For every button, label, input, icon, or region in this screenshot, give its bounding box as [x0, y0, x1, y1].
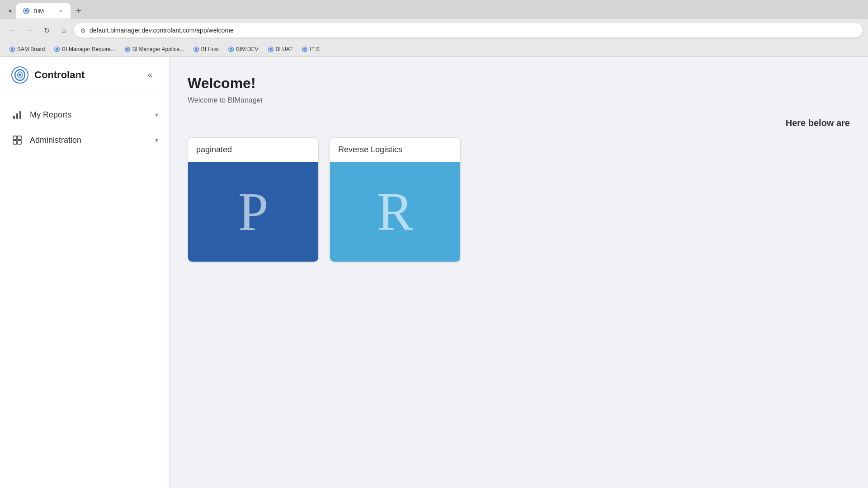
svg-rect-12	[19, 111, 21, 119]
logo-area: Controlant	[11, 66, 85, 84]
bookmark-bim-dev[interactable]: BIM DEV	[224, 45, 262, 54]
card-body-paginated: P	[188, 162, 318, 262]
cards-row: paginated P Reverse Logistics R	[188, 137, 850, 262]
chevron-down-icon-reports: ▾	[155, 111, 158, 118]
sidebar-collapse-button[interactable]: «	[142, 67, 158, 83]
back-button[interactable]: ←	[5, 23, 19, 37]
sidebar-item-administration[interactable]: Administration ▾	[0, 127, 169, 153]
bookmark-label: IT S	[310, 46, 320, 52]
svg-rect-13	[13, 136, 17, 140]
bookmark-label: BI Manager Require...	[62, 46, 115, 52]
tab-close-button[interactable]: ×	[57, 7, 64, 14]
bookmark-label: BI UAT	[276, 46, 293, 52]
bookmark-label: BI Manager Applica...	[132, 46, 184, 52]
svg-rect-11	[16, 113, 18, 119]
main-content: Welcome! Welcome to BIManager Here below…	[170, 57, 868, 488]
welcome-subtitle: Welcome to BIManager	[188, 96, 850, 104]
report-card-paginated[interactable]: paginated P	[188, 137, 319, 262]
sidebar-item-label-my-reports: My Reports	[30, 110, 71, 120]
card-title-reverse-logistics: Reverse Logistics	[330, 138, 460, 162]
report-card-reverse-logistics[interactable]: Reverse Logistics R	[330, 137, 461, 262]
chevron-down-icon-admin: ▾	[155, 136, 158, 144]
bookmark-favicon-its	[302, 46, 308, 52]
tab-favicon	[23, 7, 30, 14]
sidebar-header: Controlant «	[0, 57, 169, 93]
card-letter-r: R	[377, 185, 413, 239]
chart-icon	[11, 108, 24, 121]
bookmark-favicon-req	[54, 46, 60, 52]
secure-icon: ⊛	[80, 27, 86, 34]
bookmarks-bar: BAM Board BI Manager Require... BI Manag…	[0, 42, 868, 57]
card-body-reverse-logistics: R	[330, 162, 460, 262]
bookmark-favicon-bam	[9, 46, 15, 52]
reload-button[interactable]: ↻	[40, 23, 53, 37]
card-letter-p: P	[238, 185, 269, 239]
bookmark-bi-manager-req[interactable]: BI Manager Require...	[50, 45, 118, 54]
bookmark-label: BAM Board	[17, 46, 45, 52]
svg-rect-16	[18, 141, 21, 144]
welcome-panel: Welcome! Welcome to BIManager Here below…	[170, 57, 868, 280]
browser-tab-active[interactable]: BIM ×	[16, 3, 71, 19]
bookmark-favicon-host	[193, 46, 199, 52]
app-container: Controlant « My Reports	[0, 57, 868, 488]
bookmark-bam-board[interactable]: BAM Board	[5, 45, 48, 54]
address-bar: ← → ↻ ⌂ ⊛ default.bimanager.dev.controla…	[0, 19, 868, 42]
logo-text: Controlant	[34, 69, 85, 81]
controlant-logo-icon	[11, 66, 29, 84]
tab-bar: ▾ BIM × +	[0, 0, 868, 19]
address-input[interactable]: ⊛ default.bimanager.dev.controlant.com/a…	[74, 23, 863, 38]
sidebar-item-my-reports[interactable]: My Reports ▾	[0, 102, 169, 127]
bookmark-it-s[interactable]: IT S	[298, 45, 323, 54]
svg-point-9	[19, 74, 21, 76]
tab-dropdown[interactable]: ▾	[4, 5, 16, 17]
welcome-title: Welcome!	[188, 75, 850, 92]
svg-rect-15	[13, 141, 17, 144]
sidebar-item-label-administration: Administration	[30, 136, 81, 145]
bookmark-favicon-dev	[228, 46, 234, 52]
here-below-text: Here below are	[188, 118, 850, 128]
bookmark-bi-manager-app[interactable]: BI Manager Applica...	[121, 45, 188, 54]
tab-title: BIM	[33, 8, 53, 14]
sidebar-nav: My Reports ▾ Administration	[0, 93, 169, 162]
svg-rect-14	[18, 136, 21, 140]
home-button[interactable]: ⌂	[57, 23, 71, 37]
bookmark-favicon-app	[124, 46, 131, 52]
bookmark-bi-uat[interactable]: BI UAT	[264, 45, 297, 54]
new-tab-button[interactable]: +	[72, 5, 85, 17]
browser-chrome: ▾ BIM × + ← → ↻ ⌂ ⊛ default.bimanager.de…	[0, 0, 868, 57]
bookmark-label: BI Host	[201, 46, 219, 52]
forward-button[interactable]: →	[23, 23, 36, 37]
sidebar: Controlant « My Reports	[0, 57, 170, 488]
grid-icon	[11, 134, 24, 146]
bookmark-bi-host[interactable]: BI Host	[189, 45, 222, 54]
bookmark-favicon-uat	[268, 46, 274, 52]
svg-rect-10	[13, 116, 15, 119]
card-title-paginated: paginated	[188, 138, 318, 162]
bookmark-label: BIM DEV	[236, 46, 258, 52]
address-url: default.bimanager.dev.controlant.com/app…	[90, 27, 234, 34]
